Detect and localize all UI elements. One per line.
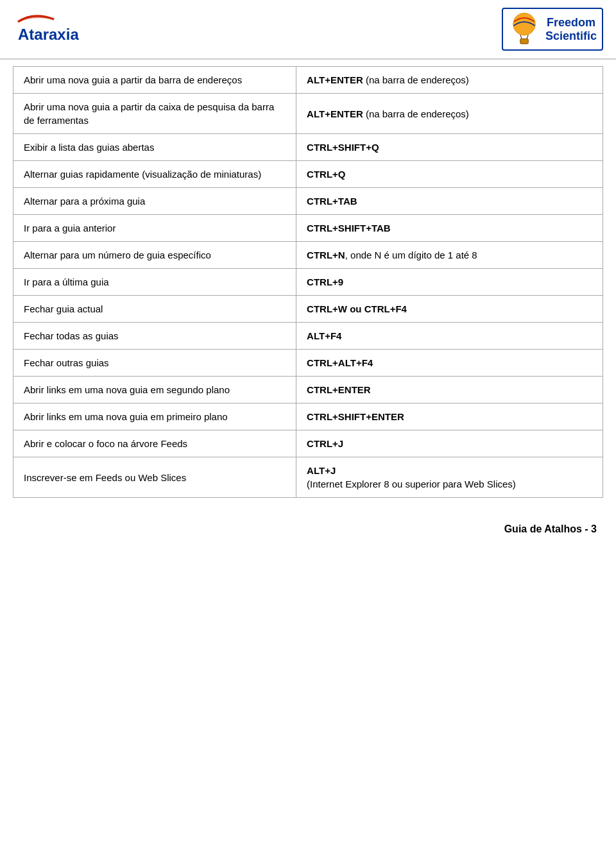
table-row: Exibir a lista das guias abertasCTRL+SHI… (13, 134, 603, 161)
shortcut-bold: CTRL+ENTER (307, 384, 371, 395)
ataraxia-svg: Ataraxia (13, 10, 116, 49)
shortcut-suffix: (na barra de endereços) (363, 108, 469, 119)
freedom-text-block: Freedom Scientific (545, 16, 597, 43)
shortcut-cell: CTRL+Q (296, 161, 603, 188)
action-cell: Fechar guia actual (13, 296, 296, 323)
action-cell: Abrir links em uma nova guia em segundo … (13, 377, 296, 403)
shortcut-cell: ALT+J(Internet Explorer 8 ou superior pa… (296, 457, 603, 498)
action-cell: Alternar para a próxima guia (13, 188, 296, 215)
shortcut-bold: CTRL+SHIFT+ENTER (307, 411, 404, 422)
shortcut-cell: ALT+F4 (296, 323, 603, 350)
shortcut-bold: CTRL+SHIFT+TAB (307, 223, 391, 233)
table-row: Fechar todas as guiasALT+F4 (13, 323, 603, 350)
action-cell: Fechar todas as guias (13, 323, 296, 350)
shortcut-cell: CTRL+J (296, 430, 603, 457)
shortcut-cell: CTRL+SHIFT+Q (296, 134, 603, 161)
svg-text:Ataraxia: Ataraxia (18, 26, 79, 43)
shortcut-bold: ALT+F4 (307, 330, 341, 341)
shortcut-cell: CTRL+W ou CTRL+F4 (296, 296, 603, 323)
table-row: Alternar guias rapidamente (visualização… (13, 161, 603, 188)
freedom-line2: Scientific (545, 30, 597, 43)
shortcut-suffix: , onde N é um dígito de 1 até 8 (345, 250, 477, 260)
freedom-line1: Freedom (547, 16, 595, 30)
shortcut-bold: CTRL+Q (307, 169, 345, 180)
shortcut-cell: CTRL+ALT+F4 (296, 350, 603, 377)
table-row: Fechar guia actualCTRL+W ou CTRL+F4 (13, 296, 603, 323)
shortcut-bold: CTRL+TAB (307, 196, 357, 207)
page-footer: Guia de Atalhos - 3 (0, 511, 616, 541)
shortcut-cell: ALT+ENTER (na barra de endereços) (296, 67, 603, 94)
shortcut-bold: CTRL+J (307, 438, 343, 449)
action-cell: Ir para a guia anterior (13, 215, 296, 242)
freedom-scientific-logo: Freedom Scientific (502, 8, 603, 51)
ataraxia-logo: Ataraxia (13, 10, 116, 49)
footer-label: Guia de Atalhos - 3 (504, 523, 597, 534)
shortcut-cell: CTRL+SHIFT+TAB (296, 215, 603, 242)
action-cell: Abrir links em uma nova guia em primeiro… (13, 403, 296, 430)
table-row: Inscrever-se em Feeds ou Web SlicesALT+J… (13, 457, 603, 498)
shortcut-cell: CTRL+TAB (296, 188, 603, 215)
action-cell: Abrir uma nova guia a partir da caixa de… (13, 94, 296, 134)
table-row: Ir para a última guiaCTRL+9 (13, 269, 603, 296)
table-row: Alternar para a próxima guiaCTRL+TAB (13, 188, 603, 215)
table-row: Fechar outras guiasCTRL+ALT+F4 (13, 350, 603, 377)
table-row: Abrir links em uma nova guia em primeiro… (13, 403, 603, 430)
shortcut-bold: CTRL+9 (307, 276, 343, 287)
shortcut-suffix: (na barra de endereços) (363, 74, 469, 85)
action-cell: Exibir a lista das guias abertas (13, 134, 296, 161)
table-row: Abrir links em uma nova guia em segundo … (13, 377, 603, 403)
shortcut-cell: CTRL+ENTER (296, 377, 603, 403)
shortcut-cell: CTRL+N, onde N é um dígito de 1 até 8 (296, 242, 603, 269)
action-cell: Fechar outras guias (13, 350, 296, 377)
action-cell: Abrir e colocar o foco na árvore Feeds (13, 430, 296, 457)
shortcut-bold: CTRL+ALT+F4 (307, 357, 373, 368)
svg-line-4 (527, 35, 528, 38)
action-cell: Inscrever-se em Feeds ou Web Slices (13, 457, 296, 498)
shortcut-cell: CTRL+SHIFT+ENTER (296, 403, 603, 430)
balloon-svg (508, 12, 540, 47)
svg-rect-5 (520, 38, 529, 44)
action-cell: Alternar para um número de guia específi… (13, 242, 296, 269)
table-row: Abrir uma nova guia a partir da barra de… (13, 67, 603, 94)
table-row: Abrir e colocar o foco na árvore FeedsCT… (13, 430, 603, 457)
shortcut-bold: CTRL+W ou CTRL+F4 (307, 303, 407, 314)
table-row: Alternar para um número de guia específi… (13, 242, 603, 269)
shortcut-bold: ALT+ENTER (307, 108, 363, 119)
svg-line-3 (520, 35, 522, 38)
shortcut-bold: ALT+ENTER (307, 74, 363, 85)
main-content: Abrir uma nova guia a partir da barra de… (0, 66, 616, 511)
shortcut-suffix-continued: (Internet Explorer 8 ou superior para We… (307, 479, 516, 489)
shortcut-bold: ALT+J (307, 465, 336, 476)
action-cell: Abrir uma nova guia a partir da barra de… (13, 67, 296, 94)
page-header: Ataraxia Freedom Scientific (0, 0, 616, 60)
shortcut-cell: CTRL+9 (296, 269, 603, 296)
shortcut-bold: CTRL+N (307, 250, 345, 260)
action-cell: Alternar guias rapidamente (visualização… (13, 161, 296, 188)
table-row: Abrir uma nova guia a partir da caixa de… (13, 94, 603, 134)
table-row: Ir para a guia anteriorCTRL+SHIFT+TAB (13, 215, 603, 242)
shortcut-bold: CTRL+SHIFT+Q (307, 142, 379, 153)
shortcuts-table: Abrir uma nova guia a partir da barra de… (13, 66, 603, 498)
shortcut-cell: ALT+ENTER (na barra de endereços) (296, 94, 603, 134)
action-cell: Ir para a última guia (13, 269, 296, 296)
